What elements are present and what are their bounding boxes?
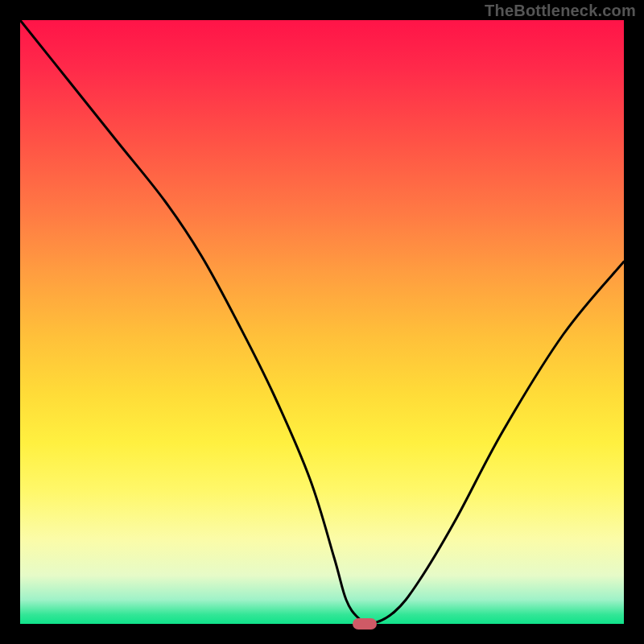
bottleneck-curve (20, 20, 624, 624)
watermark-text: TheBottleneck.com (485, 2, 636, 20)
plot-area (20, 20, 624, 624)
optimum-marker (353, 618, 377, 630)
curve-svg (20, 20, 624, 624)
chart-frame: TheBottleneck.com (0, 0, 644, 644)
